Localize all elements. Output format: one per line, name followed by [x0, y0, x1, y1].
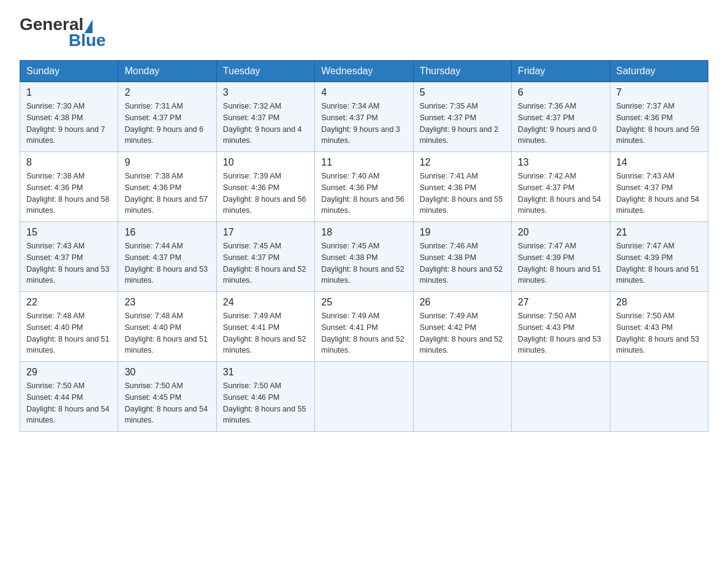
- day-cell: 8 Sunrise: 7:38 AM Sunset: 4:36 PM Dayli…: [20, 152, 118, 222]
- day-number: 6: [518, 87, 603, 98]
- day-info: Sunrise: 7:49 AM Sunset: 4:41 PM Dayligh…: [321, 310, 406, 356]
- logo: General Blue: [20, 15, 106, 50]
- day-number: 4: [321, 87, 406, 98]
- day-info: Sunrise: 7:38 AM Sunset: 4:36 PM Dayligh…: [124, 170, 210, 216]
- day-cell: 11 Sunrise: 7:40 AM Sunset: 4:36 PM Dayl…: [315, 152, 413, 222]
- header-monday: Monday: [118, 61, 216, 82]
- day-cell: 22 Sunrise: 7:48 AM Sunset: 4:40 PM Dayl…: [20, 292, 118, 362]
- day-info: Sunrise: 7:39 AM Sunset: 4:36 PM Dayligh…: [223, 170, 308, 216]
- day-number: 23: [124, 297, 210, 308]
- day-info: Sunrise: 7:44 AM Sunset: 4:37 PM Dayligh…: [124, 240, 210, 286]
- day-info: Sunrise: 7:38 AM Sunset: 4:36 PM Dayligh…: [26, 170, 112, 216]
- day-number: 9: [124, 157, 210, 168]
- day-info: Sunrise: 7:46 AM Sunset: 4:38 PM Dayligh…: [420, 240, 505, 286]
- day-number: 12: [420, 157, 505, 168]
- day-number: 18: [321, 227, 406, 238]
- day-info: Sunrise: 7:49 AM Sunset: 4:41 PM Dayligh…: [223, 310, 308, 356]
- day-number: 31: [223, 367, 308, 378]
- header-wednesday: Wednesday: [315, 61, 413, 82]
- day-number: 7: [616, 87, 702, 98]
- day-cell: 7 Sunrise: 7:37 AM Sunset: 4:36 PM Dayli…: [610, 82, 708, 152]
- day-number: 25: [321, 297, 406, 308]
- day-cell: 25 Sunrise: 7:49 AM Sunset: 4:41 PM Dayl…: [315, 292, 413, 362]
- header-saturday: Saturday: [610, 61, 708, 82]
- day-cell: 5 Sunrise: 7:35 AM Sunset: 4:37 PM Dayli…: [413, 82, 511, 152]
- day-number: 10: [223, 157, 308, 168]
- day-number: 8: [26, 157, 112, 168]
- header-sunday: Sunday: [20, 61, 118, 82]
- day-number: 3: [223, 87, 308, 98]
- header-thursday: Thursday: [413, 61, 511, 82]
- day-info: Sunrise: 7:50 AM Sunset: 4:45 PM Dayligh…: [124, 380, 210, 426]
- day-info: Sunrise: 7:41 AM Sunset: 4:36 PM Dayligh…: [420, 170, 505, 216]
- day-info: Sunrise: 7:45 AM Sunset: 4:37 PM Dayligh…: [223, 240, 308, 286]
- day-info: Sunrise: 7:47 AM Sunset: 4:39 PM Dayligh…: [518, 240, 603, 286]
- day-cell: 4 Sunrise: 7:34 AM Sunset: 4:37 PM Dayli…: [315, 82, 413, 152]
- header-tuesday: Tuesday: [216, 61, 314, 82]
- day-info: Sunrise: 7:48 AM Sunset: 4:40 PM Dayligh…: [26, 310, 112, 356]
- day-number: 27: [518, 297, 603, 308]
- day-number: 30: [124, 367, 210, 378]
- day-number: 15: [26, 227, 112, 238]
- day-info: Sunrise: 7:50 AM Sunset: 4:43 PM Dayligh…: [518, 310, 603, 356]
- day-cell: 14 Sunrise: 7:43 AM Sunset: 4:37 PM Dayl…: [610, 152, 708, 222]
- day-info: Sunrise: 7:47 AM Sunset: 4:39 PM Dayligh…: [616, 240, 702, 286]
- day-cell: 18 Sunrise: 7:45 AM Sunset: 4:38 PM Dayl…: [315, 222, 413, 292]
- week-row-1: 1 Sunrise: 7:30 AM Sunset: 4:38 PM Dayli…: [20, 82, 708, 152]
- week-row-4: 22 Sunrise: 7:48 AM Sunset: 4:40 PM Dayl…: [20, 292, 708, 362]
- day-cell: 2 Sunrise: 7:31 AM Sunset: 4:37 PM Dayli…: [118, 82, 216, 152]
- day-info: Sunrise: 7:48 AM Sunset: 4:40 PM Dayligh…: [124, 310, 210, 356]
- calendar-table: SundayMondayTuesdayWednesdayThursdayFrid…: [20, 60, 708, 432]
- day-number: 1: [26, 87, 112, 98]
- day-cell: 9 Sunrise: 7:38 AM Sunset: 4:36 PM Dayli…: [118, 152, 216, 222]
- day-number: 16: [124, 227, 210, 238]
- day-info: Sunrise: 7:49 AM Sunset: 4:42 PM Dayligh…: [420, 310, 505, 356]
- week-row-3: 15 Sunrise: 7:43 AM Sunset: 4:37 PM Dayl…: [20, 222, 708, 292]
- day-cell: 28 Sunrise: 7:50 AM Sunset: 4:43 PM Dayl…: [610, 292, 708, 362]
- day-cell: [413, 362, 511, 432]
- day-info: Sunrise: 7:37 AM Sunset: 4:36 PM Dayligh…: [616, 101, 702, 147]
- day-number: 17: [223, 227, 308, 238]
- day-number: 20: [518, 227, 603, 238]
- day-cell: 30 Sunrise: 7:50 AM Sunset: 4:45 PM Dayl…: [118, 362, 216, 432]
- day-cell: [512, 362, 610, 432]
- day-number: 29: [26, 367, 112, 378]
- day-info: Sunrise: 7:45 AM Sunset: 4:38 PM Dayligh…: [321, 240, 406, 286]
- day-info: Sunrise: 7:36 AM Sunset: 4:37 PM Dayligh…: [518, 101, 603, 147]
- day-number: 13: [518, 157, 603, 168]
- day-info: Sunrise: 7:34 AM Sunset: 4:37 PM Dayligh…: [321, 101, 406, 147]
- day-number: 19: [420, 227, 505, 238]
- day-cell: 1 Sunrise: 7:30 AM Sunset: 4:38 PM Dayli…: [20, 82, 118, 152]
- day-cell: 27 Sunrise: 7:50 AM Sunset: 4:43 PM Dayl…: [512, 292, 610, 362]
- day-cell: 17 Sunrise: 7:45 AM Sunset: 4:37 PM Dayl…: [216, 222, 314, 292]
- day-cell: 6 Sunrise: 7:36 AM Sunset: 4:37 PM Dayli…: [512, 82, 610, 152]
- day-cell: 20 Sunrise: 7:47 AM Sunset: 4:39 PM Dayl…: [512, 222, 610, 292]
- page-header: General Blue: [20, 15, 708, 50]
- day-number: 28: [616, 297, 702, 308]
- day-number: 21: [616, 227, 702, 238]
- day-cell: 10 Sunrise: 7:39 AM Sunset: 4:36 PM Dayl…: [216, 152, 314, 222]
- day-cell: 13 Sunrise: 7:42 AM Sunset: 4:37 PM Dayl…: [512, 152, 610, 222]
- day-number: 2: [124, 87, 210, 98]
- day-number: 26: [420, 297, 505, 308]
- day-cell: 19 Sunrise: 7:46 AM Sunset: 4:38 PM Dayl…: [413, 222, 511, 292]
- day-number: 24: [223, 297, 308, 308]
- logo-blue: Blue: [69, 31, 106, 50]
- day-info: Sunrise: 7:43 AM Sunset: 4:37 PM Dayligh…: [616, 170, 702, 216]
- day-info: Sunrise: 7:50 AM Sunset: 4:46 PM Dayligh…: [223, 380, 308, 426]
- day-info: Sunrise: 7:40 AM Sunset: 4:36 PM Dayligh…: [321, 170, 406, 216]
- day-cell: 15 Sunrise: 7:43 AM Sunset: 4:37 PM Dayl…: [20, 222, 118, 292]
- day-cell: 3 Sunrise: 7:32 AM Sunset: 4:37 PM Dayli…: [216, 82, 314, 152]
- day-cell: 12 Sunrise: 7:41 AM Sunset: 4:36 PM Dayl…: [413, 152, 511, 222]
- day-cell: 26 Sunrise: 7:49 AM Sunset: 4:42 PM Dayl…: [413, 292, 511, 362]
- day-info: Sunrise: 7:35 AM Sunset: 4:37 PM Dayligh…: [420, 101, 505, 147]
- day-cell: 21 Sunrise: 7:47 AM Sunset: 4:39 PM Dayl…: [610, 222, 708, 292]
- day-number: 22: [26, 297, 112, 308]
- week-row-2: 8 Sunrise: 7:38 AM Sunset: 4:36 PM Dayli…: [20, 152, 708, 222]
- day-cell: 24 Sunrise: 7:49 AM Sunset: 4:41 PM Dayl…: [216, 292, 314, 362]
- day-cell: 23 Sunrise: 7:48 AM Sunset: 4:40 PM Dayl…: [118, 292, 216, 362]
- day-number: 5: [420, 87, 505, 98]
- day-cell: [610, 362, 708, 432]
- day-number: 11: [321, 157, 406, 168]
- day-cell: 16 Sunrise: 7:44 AM Sunset: 4:37 PM Dayl…: [118, 222, 216, 292]
